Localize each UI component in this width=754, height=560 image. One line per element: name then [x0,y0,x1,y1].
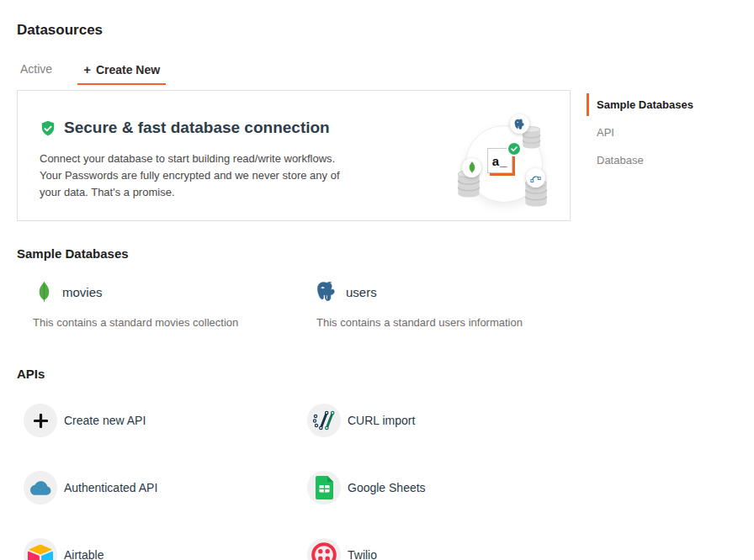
sample-db-name: users [346,285,377,299]
api-card-label: Google Sheets [348,481,426,494]
check-badge-icon [507,141,522,156]
page-title: Datasources [17,22,103,39]
api-card-airtable[interactable]: Airtable [17,538,300,560]
tab-create-new[interactable]: + Create New [77,62,166,85]
api-card-label: Authenticated API [64,481,157,494]
airtable-icon [24,538,57,560]
api-card-label: Twilio [348,548,377,560]
nav-item-sample-databases[interactable]: Sample Databases [587,93,742,116]
api-card-label: CURL import [348,414,415,427]
apis-section: APIs Create new API [17,367,587,560]
api-card-twilio[interactable]: Twilio [300,538,584,560]
postgresql-icon [316,281,338,303]
api-card-curl-import[interactable]: CURL import [300,404,584,437]
apis-grid: Create new API CURL import [17,387,587,560]
sample-db-card-movies[interactable]: movies This contains a standard movies c… [17,279,300,329]
api-card-google-sheets[interactable]: Google Sheets [300,471,584,505]
plus-icon [24,404,57,437]
api-card-label: Airtable [64,548,104,560]
sample-db-description: This contains a standard users informati… [316,316,584,329]
api-card-create-new[interactable]: Create new API [17,404,300,437]
nav-item-database[interactable]: Database [587,149,742,172]
tab-active[interactable]: Active [20,62,52,83]
plus-icon: + [83,62,91,77]
google-sheets-icon [307,471,341,505]
banner-description: Connect your database to start building … [40,151,341,201]
api-card-authenticated-api[interactable]: Authenticated API [17,471,300,505]
cloud-icon [24,471,57,505]
sample-databases-section: Sample Databases movies This contains a … [17,246,587,329]
bezier-curve-icon [526,168,545,188]
postgresql-icon [510,114,529,134]
mongodb-icon [462,158,481,177]
shield-check-icon [40,120,56,137]
sample-db-name: movies [62,285,103,299]
curl-icon [307,404,341,437]
datasource-tabs: Active + Create New [20,62,166,85]
nav-item-label: Database [597,154,644,166]
api-card-label: Create new API [64,414,146,427]
nav-item-label: API [597,126,614,139]
sample-databases-heading: Sample Databases [17,246,587,261]
section-nav: Sample Databases API Database [587,93,742,177]
secure-connection-banner: Secure & fast database connection Connec… [17,90,571,221]
twilio-icon [307,538,341,560]
nav-item-api[interactable]: API [587,121,742,144]
sample-db-description: This contains a standard movies collecti… [33,316,300,329]
tab-active-label: Active [20,62,52,76]
mongodb-icon [33,281,55,304]
nav-item-label: Sample Databases [597,98,693,111]
apis-heading: APIs [17,367,587,381]
banner-title: Secure & fast database connection [64,119,330,137]
sample-db-card-users[interactable]: users This contains a standard users inf… [300,279,584,329]
sample-databases-grid: movies This contains a standard movies c… [17,279,587,329]
tab-create-new-label: Create New [96,63,160,77]
